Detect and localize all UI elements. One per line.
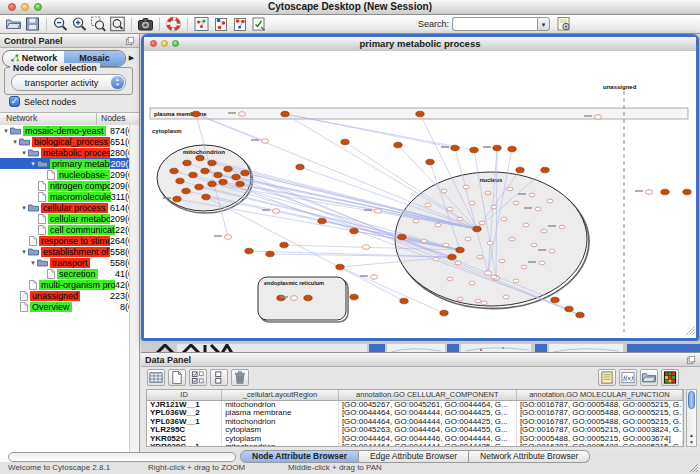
table-row[interactable]: YPL036W__2plasma membrane[GO:0044464, GO…: [147, 409, 683, 417]
delete-attribute-icon[interactable]: [231, 369, 249, 386]
network-node[interactable]: [576, 312, 584, 318]
zoom-out-icon[interactable]: [52, 16, 69, 32]
network-node[interactable]: [176, 178, 184, 184]
network-node[interactable]: [421, 239, 427, 243]
network-node[interactable]: [473, 226, 481, 232]
network-node[interactable]: [192, 111, 200, 117]
network-node[interactable]: [304, 295, 312, 301]
network-node[interactable]: [266, 251, 274, 257]
select-nodes-checkbox[interactable]: ✓: [9, 96, 20, 107]
node-color-dropdown[interactable]: transporter activity ▲▼: [11, 74, 126, 91]
network-node[interactable]: [521, 265, 527, 269]
network-node[interactable]: [493, 145, 501, 151]
network-node[interactable]: [481, 301, 487, 305]
network-node[interactable]: [523, 223, 529, 227]
network-node[interactable]: [661, 189, 669, 195]
network-node[interactable]: [531, 243, 537, 247]
network-node[interactable]: [318, 218, 326, 224]
network-node[interactable]: [224, 235, 231, 240]
network-node[interactable]: [541, 167, 549, 173]
network-node[interactable]: [201, 168, 209, 174]
overview-icon[interactable]: [193, 16, 210, 32]
table-row[interactable]: YLR295Ccytoplasm[GO:0045263, GO:0044464,…: [147, 426, 683, 434]
tree-row-unassigned[interactable]: unassigned223(0): [0, 290, 139, 301]
network-node[interactable]: [362, 245, 369, 250]
network-node[interactable]: [485, 191, 491, 195]
zoom-in-icon[interactable]: [71, 16, 88, 32]
zoom-fit-icon[interactable]: [109, 16, 126, 32]
table-row[interactable]: YDR039C__1mitochondrion[GO:0044464, GO:0…: [147, 443, 683, 447]
network-node[interactable]: [290, 296, 297, 301]
network-node[interactable]: [683, 189, 691, 195]
network-node[interactable]: [195, 184, 203, 190]
network-node[interactable]: [196, 155, 204, 161]
network-node[interactable]: [451, 145, 459, 151]
network-node[interactable]: [296, 164, 304, 170]
column-header[interactable]: ID: [147, 390, 222, 400]
table-row[interactable]: YPL036W__1mitochondrion[GO:0044464, GO:0…: [147, 418, 683, 426]
select-attributes-icon[interactable]: [147, 369, 165, 386]
network-node[interactable]: [435, 223, 441, 227]
search-configure-icon[interactable]: [555, 16, 572, 32]
network-node[interactable]: [189, 172, 197, 178]
network-node[interactable]: [281, 111, 289, 117]
network-node[interactable]: [457, 217, 463, 221]
network-node[interactable]: [551, 297, 559, 303]
tree-row-metabolic-process[interactable]: ▾metabolic process280(0): [0, 147, 139, 158]
network-node[interactable]: [173, 196, 181, 202]
table-row[interactable]: YKR052Ccytoplasm[GO:0044464, GO:0044446,…: [147, 435, 683, 443]
unselect-all-attributes-icon[interactable]: [210, 369, 228, 386]
help-icon[interactable]: [165, 16, 182, 32]
expand-arrow-icon[interactable]: ▾: [29, 160, 37, 168]
expand-arrow-icon[interactable]: ▾: [29, 259, 37, 267]
network-node[interactable]: [443, 243, 449, 247]
network-node[interactable]: [477, 255, 483, 259]
tree-row-primary-metabo[interactable]: ▾primary metabo209(...: [0, 158, 139, 169]
network-node[interactable]: [594, 115, 601, 120]
network-node[interactable]: [539, 261, 545, 265]
function-builder-icon[interactable]: f(x): [619, 369, 637, 386]
network-node[interactable]: [374, 209, 381, 214]
network-node[interactable]: [463, 185, 469, 189]
window-resize-grip[interactable]: [689, 463, 699, 473]
network-node[interactable]: [513, 201, 519, 205]
filter-icon[interactable]: [250, 16, 267, 32]
canvas-resize-grip[interactable]: [686, 326, 695, 335]
tree-row-biological-process[interactable]: ▾biological_process651(0): [0, 136, 139, 147]
open-icon[interactable]: [5, 16, 22, 32]
heatmap-icon[interactable]: [661, 369, 679, 386]
tree-row-nitrogen-compo[interactable]: nitrogen compo209(0): [0, 180, 139, 191]
select-all-attributes-icon[interactable]: [189, 369, 207, 386]
expand-arrow-icon[interactable]: ▾: [11, 138, 19, 146]
snapshot-icon[interactable]: [137, 16, 154, 32]
network-node[interactable]: [509, 237, 515, 241]
expand-arrow-icon[interactable]: ▾: [2, 127, 10, 135]
network-node[interactable]: [219, 179, 227, 185]
tree-row-cellular-process[interactable]: ▾cellular process614(0): [0, 202, 139, 213]
network-node[interactable]: [336, 264, 344, 270]
network-node[interactable]: [416, 111, 424, 117]
network-node[interactable]: [457, 297, 463, 301]
network-node[interactable]: [224, 166, 232, 172]
network-node[interactable]: [236, 181, 244, 187]
vizmapper-icon[interactable]: [212, 16, 229, 32]
network-node[interactable]: [470, 147, 478, 153]
network-canvas[interactable]: plasma membranecytoplasmmitochondrionnuc…: [144, 51, 696, 338]
scrollbar-thumb[interactable]: [688, 391, 695, 409]
table-row[interactable]: YJR121W__1mitochondrion[GO:0045267, GO:0…: [147, 401, 683, 409]
import-attributes-icon[interactable]: [640, 369, 658, 386]
tree-row-establishment-of-lo[interactable]: ▾establishment of lo558(0): [0, 246, 139, 257]
tree-row-secretion[interactable]: secretion41(0): [0, 268, 139, 279]
network-node[interactable]: [398, 234, 406, 240]
search-dropdown-button[interactable]: ▼: [537, 17, 550, 31]
expand-arrow-icon[interactable]: ▾: [20, 248, 28, 256]
tab-overflow-arrow[interactable]: ▶: [126, 54, 137, 62]
network-node[interactable]: [465, 237, 471, 241]
network-node[interactable]: [341, 139, 349, 145]
network-node[interactable]: [645, 190, 652, 195]
network-node[interactable]: [541, 229, 547, 233]
float-panel-icon[interactable]: [686, 355, 696, 365]
expand-arrow-icon[interactable]: ▾: [20, 204, 28, 212]
notes-icon[interactable]: [598, 369, 616, 386]
network-node[interactable]: [549, 249, 555, 253]
